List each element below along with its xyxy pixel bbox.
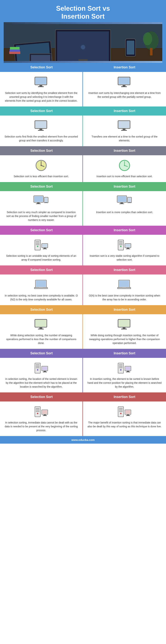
svg-rect-127 [125, 410, 130, 414]
section-1-right-icon [116, 76, 133, 88]
svg-rect-122 [119, 408, 123, 409]
svg-point-107 [120, 369, 122, 370]
section-5-left-header: Selection Sort [0, 226, 83, 235]
section-8: Selection Sort Insertion Sort In selecti… [0, 349, 166, 392]
monitor2-icon [117, 120, 132, 132]
section-2-body: Selection sorts first finds the smallest… [0, 116, 166, 146]
laptop-icon [117, 279, 132, 290]
section-8-right-text: In insertion sorting, the element to be … [87, 377, 162, 389]
svg-rect-13 [31, 55, 50, 61]
svg-rect-49 [36, 204, 41, 204]
clock-icon [35, 160, 47, 172]
svg-rect-77 [126, 248, 130, 249]
monitor-icon [34, 76, 49, 88]
svg-rect-89 [38, 329, 44, 330]
svg-rect-47 [34, 196, 43, 202]
section-2-left-icon [33, 119, 50, 132]
tower3-icon [34, 406, 49, 418]
svg-point-116 [37, 413, 38, 414]
devices-icon [33, 196, 49, 208]
svg-point-64 [37, 246, 38, 247]
footer: www.educba.com [0, 436, 166, 444]
svg-rect-87 [35, 320, 46, 326]
svg-rect-114 [36, 410, 39, 410]
section-8-left-body: In selection sorting, the location of th… [0, 358, 83, 392]
section-9: Selection Sort Insertion Sort In selecti… [0, 392, 166, 436]
section-6-right-header: Insertion Sort [83, 266, 166, 274]
section-5-left-icon [33, 238, 50, 252]
section-7-left-text: While doing selection sorting, the numbe… [4, 334, 78, 345]
section-4-left-body: Selection sort is very much simpler as c… [0, 191, 83, 226]
section-7-left-header: Selection Sort [0, 305, 83, 314]
svg-point-45 [124, 165, 125, 166]
section-4-right-text: Insertion sort is more complex than sele… [96, 210, 153, 214]
svg-point-73 [120, 246, 122, 247]
svg-rect-19 [10, 47, 19, 50]
sections-container: Selection Sort Insertion Sort Selection … [0, 63, 166, 436]
section-8-right-header: Insertion Sort [83, 349, 166, 358]
section-9-right-text: The major benefit of insertion sorting i… [87, 421, 162, 428]
svg-rect-66 [42, 244, 47, 247]
svg-rect-24 [39, 85, 42, 86]
section-3-header: Selection Sort Insertion Sort [0, 146, 166, 155]
section-9-right-header: Insertion Sort [83, 392, 166, 402]
svg-rect-56 [119, 204, 124, 204]
section-1: Selection Sort Insertion Sort Selection … [0, 63, 166, 106]
devices-icon [117, 196, 133, 208]
svg-rect-128 [127, 414, 129, 415]
desk-scene [4, 22, 162, 63]
section-6-body: In selection sorting, no best case time … [0, 274, 166, 305]
section-9-right-body: The major benefit of insertion sorting i… [83, 402, 166, 436]
section-4: Selection Sort Insertion Sort Selection … [0, 182, 166, 226]
svg-rect-61 [36, 241, 39, 242]
page-header: Selection Sort vsInsertion Sort [0, 0, 166, 63]
svg-rect-120 [43, 415, 47, 416]
section-1-right-text: Insertion sort sorts by interchanging on… [87, 91, 162, 99]
svg-rect-67 [44, 248, 46, 248]
section-2: Selection Sort Insertion Sort Selection … [0, 106, 166, 146]
section-3-right-header: Insertion Sort [83, 146, 166, 155]
svg-rect-100 [42, 367, 47, 370]
section-3-left-body: Selection sort is less efficient than in… [0, 155, 83, 182]
svg-rect-105 [119, 366, 123, 367]
svg-rect-97 [36, 367, 39, 368]
svg-rect-68 [43, 248, 47, 249]
section-6-header: Selection Sort Insertion Sort [0, 266, 166, 274]
svg-rect-11 [127, 41, 134, 54]
svg-rect-129 [126, 415, 130, 416]
svg-rect-123 [119, 410, 123, 410]
desk-illustration [4, 24, 162, 61]
section-2-right-body: Transfers one element at a time to the s… [83, 116, 166, 146]
svg-rect-33 [38, 130, 44, 131]
section-1-left-text: Selection sort sorts by identifying the … [4, 91, 78, 103]
section-2-left-body: Selection sorts first finds the smallest… [0, 116, 83, 146]
header-image [4, 22, 162, 63]
svg-rect-27 [119, 78, 130, 84]
section-6-right-text: O(N) is the best case time complexity in… [87, 294, 162, 302]
svg-rect-37 [121, 130, 127, 131]
svg-rect-119 [44, 414, 46, 415]
svg-rect-23 [35, 78, 46, 84]
svg-rect-70 [119, 241, 123, 242]
section-2-left-header: Selection Sort [0, 106, 83, 116]
svg-rect-88 [39, 327, 42, 329]
section-3-right-icon [116, 159, 133, 172]
svg-rect-115 [36, 411, 39, 412]
section-5-left-body: Selection sorting is an unstable way of … [0, 235, 83, 266]
section-9-right-icon [116, 405, 133, 418]
section-3-left-icon [33, 159, 50, 172]
monitor2-icon [34, 120, 49, 132]
svg-rect-75 [125, 244, 130, 247]
footer-url: www.educba.com [71, 438, 95, 442]
svg-point-125 [120, 413, 122, 414]
section-3-left-header: Selection Sort [0, 146, 83, 155]
section-4-left-icon [33, 195, 50, 208]
section-5-body: Selection sorting is an unstable way of … [0, 235, 166, 266]
svg-rect-72 [119, 244, 123, 245]
svg-rect-104 [119, 364, 123, 365]
section-5-right-icon [116, 238, 133, 252]
monitor3-icon [34, 318, 49, 330]
section-7-body: While doing selection sorting, the numbe… [0, 314, 166, 349]
section-3-body: Selection sort is less efficient than in… [0, 155, 166, 182]
section-7-right-text: While doing sorting through insertion so… [87, 334, 162, 345]
